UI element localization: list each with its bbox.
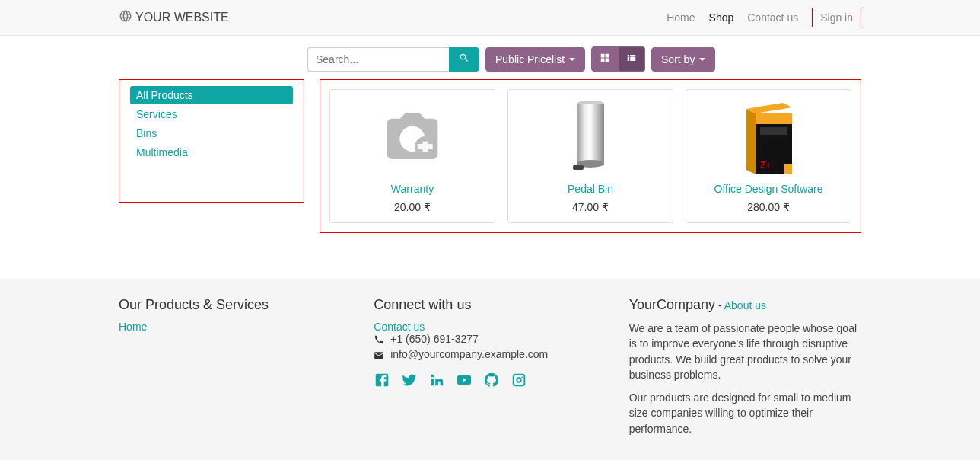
brand[interactable]: YOUR WEBSITE xyxy=(119,9,229,26)
product-image xyxy=(514,96,667,177)
category-bins[interactable]: Bins xyxy=(130,124,293,142)
product-price: 20.00 ₹ xyxy=(336,201,488,213)
footer-link-about[interactable]: About us xyxy=(724,299,766,311)
linkedin-icon[interactable] xyxy=(428,372,445,391)
product-title[interactable]: Warranty xyxy=(336,183,488,195)
footer-phone: +1 (650) 691-3277 xyxy=(374,333,606,345)
toolbar: Public Pricelist Sort by xyxy=(307,46,861,72)
sidebar: All Products Services Bins Multimedia xyxy=(119,79,304,233)
facebook-icon[interactable] xyxy=(374,372,390,391)
footer-col-products: Our Products & Services Home xyxy=(119,297,351,444)
signin-highlight-box: Sign in xyxy=(812,8,861,27)
grid-icon xyxy=(600,53,610,65)
product-image: Z+ xyxy=(692,96,845,177)
twitter-icon[interactable] xyxy=(401,372,418,391)
social-row xyxy=(374,372,606,391)
main-nav: Home Shop Contact us Sign in xyxy=(667,8,861,27)
product-price: 47.00 ₹ xyxy=(514,201,667,213)
search-input[interactable] xyxy=(307,47,449,72)
search-icon xyxy=(459,53,469,65)
caret-down-icon xyxy=(699,58,705,61)
caret-down-icon xyxy=(569,58,575,61)
svg-text:Z+: Z+ xyxy=(760,160,771,171)
nav-signin[interactable]: Sign in xyxy=(820,11,853,24)
youtube-icon[interactable] xyxy=(456,372,473,391)
footer-title-products: Our Products & Services xyxy=(119,297,351,313)
github-icon[interactable] xyxy=(483,372,500,391)
about-para-1: We are a team of passionate people whose… xyxy=(629,321,861,382)
product-price: 280.00 ₹ xyxy=(692,201,845,213)
products-highlight-box: Warranty 20.00 ₹ Pedal xyxy=(320,79,861,233)
sortby-dropdown[interactable]: Sort by xyxy=(651,47,715,72)
category-multimedia[interactable]: Multimedia xyxy=(130,143,293,161)
nav-shop[interactable]: Shop xyxy=(709,11,734,24)
product-card[interactable]: Pedal Bin 47.00 ₹ xyxy=(508,89,673,223)
phone-icon xyxy=(374,333,384,345)
pricelist-dropdown[interactable]: Public Pricelist xyxy=(485,47,585,72)
category-list: All Products Services Bins Multimedia xyxy=(130,86,293,161)
nav-home[interactable]: Home xyxy=(667,11,695,24)
globe-icon xyxy=(119,9,132,26)
product-card[interactable]: Z+ Office Design Software 280.00 ₹ xyxy=(686,89,851,223)
search-wrap xyxy=(307,47,479,72)
footer: Our Products & Services Home Connect wit… xyxy=(0,279,980,460)
instagram-icon[interactable] xyxy=(511,372,527,391)
search-button[interactable] xyxy=(449,47,479,72)
footer-title-connect: Connect with us xyxy=(374,297,606,313)
footer-col-about: YourCompany - About us We are a team of … xyxy=(629,297,861,444)
svg-rect-8 xyxy=(756,113,792,124)
category-services[interactable]: Services xyxy=(130,105,293,123)
grid-view-button[interactable] xyxy=(591,46,619,72)
svg-rect-11 xyxy=(784,164,792,174)
about-para-2: Our products are designed for small to m… xyxy=(629,390,861,436)
header: YOUR WEBSITE Home Shop Contact us Sign i… xyxy=(0,0,980,36)
footer-title-about: YourCompany - About us xyxy=(629,297,861,313)
envelope-icon xyxy=(374,348,384,360)
footer-col-connect: Connect with us Contact us +1 (650) 691-… xyxy=(374,297,606,444)
nav-contact[interactable]: Contact us xyxy=(747,11,798,24)
svg-rect-2 xyxy=(577,104,604,164)
product-image-placeholder xyxy=(336,96,488,177)
brand-text: YOUR WEBSITE xyxy=(135,11,229,24)
svg-rect-9 xyxy=(760,127,788,135)
list-view-button[interactable] xyxy=(619,46,645,72)
footer-link-contact[interactable]: Contact us xyxy=(374,321,425,333)
product-title[interactable]: Pedal Bin xyxy=(514,183,667,195)
svg-marker-6 xyxy=(746,103,792,113)
list-icon xyxy=(626,53,637,65)
product-title[interactable]: Office Design Software xyxy=(692,183,845,195)
product-card[interactable]: Warranty 20.00 ₹ xyxy=(329,89,495,223)
pricelist-label: Public Pricelist xyxy=(495,53,565,65)
view-toggle xyxy=(591,46,645,72)
category-all-products[interactable]: All Products xyxy=(130,86,293,104)
product-grid: Warranty 20.00 ₹ Pedal xyxy=(329,89,851,223)
sidebar-highlight-box: All Products Services Bins Multimedia xyxy=(119,79,304,203)
svg-marker-5 xyxy=(746,109,756,174)
footer-link-home[interactable]: Home xyxy=(119,321,147,333)
sortby-label: Sort by xyxy=(661,53,695,65)
footer-email: info@yourcompany.example.com xyxy=(374,348,606,360)
svg-rect-4 xyxy=(573,165,584,170)
